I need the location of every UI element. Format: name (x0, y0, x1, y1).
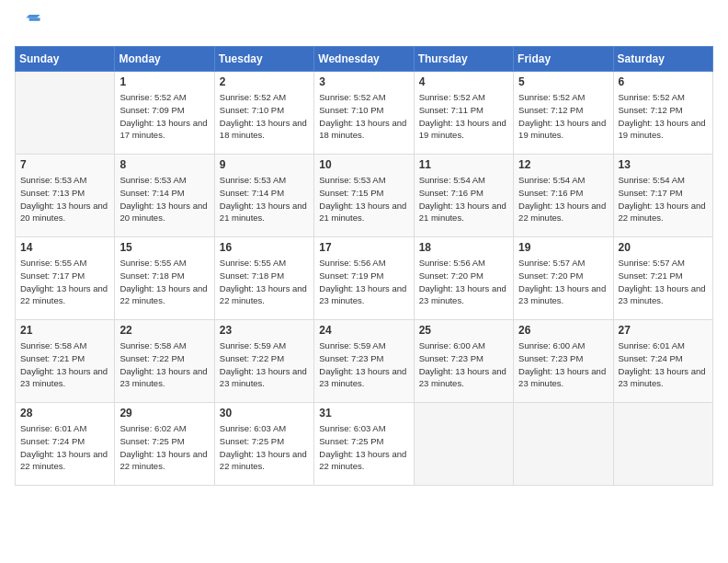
day-number: 21 (20, 324, 109, 337)
calendar-cell: 31Sunrise: 6:03 AMSunset: 7:25 PMDayligh… (314, 403, 414, 486)
day-number: 15 (119, 241, 209, 254)
calendar-cell: 30Sunrise: 6:03 AMSunset: 7:25 PMDayligh… (214, 403, 313, 486)
calendar-cell: 15Sunrise: 5:55 AMSunset: 7:18 PMDayligh… (115, 237, 214, 320)
day-number: 17 (319, 241, 408, 254)
calendar-cell: 13Sunrise: 5:54 AMSunset: 7:17 PMDayligh… (613, 155, 712, 237)
day-number: 24 (319, 324, 408, 337)
day-number: 6 (619, 75, 708, 88)
day-info: Sunrise: 5:52 AMSunset: 7:10 PMDaylight:… (220, 91, 309, 142)
day-info: Sunrise: 5:55 AMSunset: 7:17 PMDaylight:… (20, 257, 109, 307)
day-number: 1 (119, 75, 209, 88)
day-number: 8 (119, 158, 209, 171)
calendar-cell: 5Sunrise: 5:52 AMSunset: 7:12 PMDaylight… (514, 72, 613, 155)
day-number: 5 (518, 75, 608, 88)
calendar-cell: 21Sunrise: 5:58 AMSunset: 7:21 PMDayligh… (16, 320, 115, 403)
day-info: Sunrise: 5:52 AMSunset: 7:10 PMDaylight:… (319, 91, 408, 142)
svg-marker-0 (26, 15, 40, 17)
calendar-cell: 7Sunrise: 5:53 AMSunset: 7:13 PMDaylight… (16, 155, 115, 237)
day-info: Sunrise: 6:01 AMSunset: 7:24 PMDaylight:… (20, 422, 109, 473)
day-number: 27 (619, 324, 708, 337)
day-number: 11 (419, 158, 508, 171)
calendar-cell: 9Sunrise: 5:53 AMSunset: 7:14 PMDaylight… (214, 155, 313, 237)
calendar-week-row: 28Sunrise: 6:01 AMSunset: 7:24 PMDayligh… (16, 403, 713, 486)
calendar-cell: 25Sunrise: 6:00 AMSunset: 7:23 PMDayligh… (414, 320, 513, 403)
page-header (15, 15, 713, 35)
day-info: Sunrise: 5:52 AMSunset: 7:12 PMDaylight:… (619, 91, 708, 142)
day-number: 3 (319, 75, 408, 88)
day-info: Sunrise: 5:55 AMSunset: 7:18 PMDaylight:… (119, 257, 209, 307)
calendar-cell: 16Sunrise: 5:55 AMSunset: 7:18 PMDayligh… (214, 237, 313, 320)
day-number: 30 (220, 407, 309, 419)
calendar-cell: 18Sunrise: 5:56 AMSunset: 7:20 PMDayligh… (414, 237, 513, 320)
day-number: 16 (220, 241, 309, 254)
calendar-cell (16, 72, 115, 155)
day-info: Sunrise: 5:54 AMSunset: 7:17 PMDaylight:… (619, 174, 708, 224)
calendar-week-row: 14Sunrise: 5:55 AMSunset: 7:17 PMDayligh… (16, 237, 713, 320)
day-info: Sunrise: 6:03 AMSunset: 7:25 PMDaylight:… (319, 422, 408, 473)
day-number: 25 (419, 324, 508, 337)
calendar-cell: 12Sunrise: 5:54 AMSunset: 7:16 PMDayligh… (514, 155, 613, 237)
day-info: Sunrise: 6:01 AMSunset: 7:24 PMDaylight:… (619, 339, 708, 390)
calendar-cell: 6Sunrise: 5:52 AMSunset: 7:12 PMDaylight… (613, 72, 712, 155)
svg-marker-1 (29, 17, 40, 20)
day-info: Sunrise: 5:56 AMSunset: 7:19 PMDaylight:… (319, 257, 408, 307)
day-info: Sunrise: 5:57 AMSunset: 7:21 PMDaylight:… (619, 257, 708, 307)
col-monday: Monday (115, 47, 214, 72)
calendar-cell (613, 403, 712, 486)
day-number: 9 (220, 158, 309, 171)
calendar-cell: 2Sunrise: 5:52 AMSunset: 7:10 PMDaylight… (214, 72, 313, 155)
calendar-cell (414, 403, 513, 486)
day-info: Sunrise: 5:59 AMSunset: 7:22 PMDaylight:… (220, 339, 309, 390)
day-number: 14 (20, 241, 109, 254)
day-number: 20 (619, 241, 708, 254)
calendar-cell: 14Sunrise: 5:55 AMSunset: 7:17 PMDayligh… (16, 237, 115, 320)
calendar-cell: 29Sunrise: 6:02 AMSunset: 7:25 PMDayligh… (115, 403, 214, 486)
calendar-table: Sunday Monday Tuesday Wednesday Thursday… (15, 46, 713, 486)
calendar-cell: 20Sunrise: 5:57 AMSunset: 7:21 PMDayligh… (613, 237, 712, 320)
col-thursday: Thursday (414, 47, 513, 72)
calendar-cell: 22Sunrise: 5:58 AMSunset: 7:22 PMDayligh… (115, 320, 214, 403)
col-friday: Friday (514, 47, 613, 72)
day-info: Sunrise: 5:58 AMSunset: 7:22 PMDaylight:… (119, 339, 209, 390)
day-number: 4 (419, 75, 508, 88)
calendar-header-row: Sunday Monday Tuesday Wednesday Thursday… (16, 47, 713, 72)
calendar-cell: 4Sunrise: 5:52 AMSunset: 7:11 PMDaylight… (414, 72, 513, 155)
day-number: 19 (518, 241, 608, 254)
day-number: 26 (518, 324, 608, 337)
logo-icon (15, 15, 40, 35)
day-info: Sunrise: 5:53 AMSunset: 7:13 PMDaylight:… (20, 174, 109, 224)
day-info: Sunrise: 6:00 AMSunset: 7:23 PMDaylight:… (518, 339, 608, 390)
day-number: 22 (119, 324, 209, 337)
calendar-cell: 26Sunrise: 6:00 AMSunset: 7:23 PMDayligh… (514, 320, 613, 403)
calendar-cell: 19Sunrise: 5:57 AMSunset: 7:20 PMDayligh… (514, 237, 613, 320)
calendar-cell: 1Sunrise: 5:52 AMSunset: 7:09 PMDaylight… (115, 72, 214, 155)
col-sunday: Sunday (16, 47, 115, 72)
calendar-cell (514, 403, 613, 486)
day-info: Sunrise: 6:03 AMSunset: 7:25 PMDaylight:… (220, 422, 309, 473)
day-info: Sunrise: 5:52 AMSunset: 7:12 PMDaylight:… (518, 91, 608, 142)
day-info: Sunrise: 6:00 AMSunset: 7:23 PMDaylight:… (419, 339, 508, 390)
calendar-week-row: 7Sunrise: 5:53 AMSunset: 7:13 PMDaylight… (16, 155, 713, 237)
calendar-cell: 23Sunrise: 5:59 AMSunset: 7:22 PMDayligh… (214, 320, 313, 403)
day-info: Sunrise: 5:59 AMSunset: 7:23 PMDaylight:… (319, 339, 408, 390)
day-number: 28 (20, 407, 109, 419)
col-wednesday: Wednesday (314, 47, 414, 72)
day-info: Sunrise: 5:53 AMSunset: 7:14 PMDaylight:… (220, 174, 309, 224)
day-info: Sunrise: 5:55 AMSunset: 7:18 PMDaylight:… (220, 257, 309, 307)
calendar-cell: 10Sunrise: 5:53 AMSunset: 7:15 PMDayligh… (314, 155, 414, 237)
calendar-cell: 28Sunrise: 6:01 AMSunset: 7:24 PMDayligh… (16, 403, 115, 486)
col-tuesday: Tuesday (214, 47, 313, 72)
day-number: 18 (419, 241, 508, 254)
day-info: Sunrise: 5:53 AMSunset: 7:14 PMDaylight:… (119, 174, 209, 224)
day-number: 10 (319, 158, 408, 171)
calendar-cell: 17Sunrise: 5:56 AMSunset: 7:19 PMDayligh… (314, 237, 414, 320)
calendar-cell: 8Sunrise: 5:53 AMSunset: 7:14 PMDaylight… (115, 155, 214, 237)
day-number: 23 (220, 324, 309, 337)
day-number: 2 (220, 75, 309, 88)
day-info: Sunrise: 5:53 AMSunset: 7:15 PMDaylight:… (319, 174, 408, 224)
day-number: 31 (319, 407, 408, 419)
calendar-cell: 11Sunrise: 5:54 AMSunset: 7:16 PMDayligh… (414, 155, 513, 237)
calendar-cell: 27Sunrise: 6:01 AMSunset: 7:24 PMDayligh… (613, 320, 712, 403)
day-info: Sunrise: 6:02 AMSunset: 7:25 PMDaylight:… (119, 422, 209, 473)
day-number: 29 (119, 407, 209, 419)
